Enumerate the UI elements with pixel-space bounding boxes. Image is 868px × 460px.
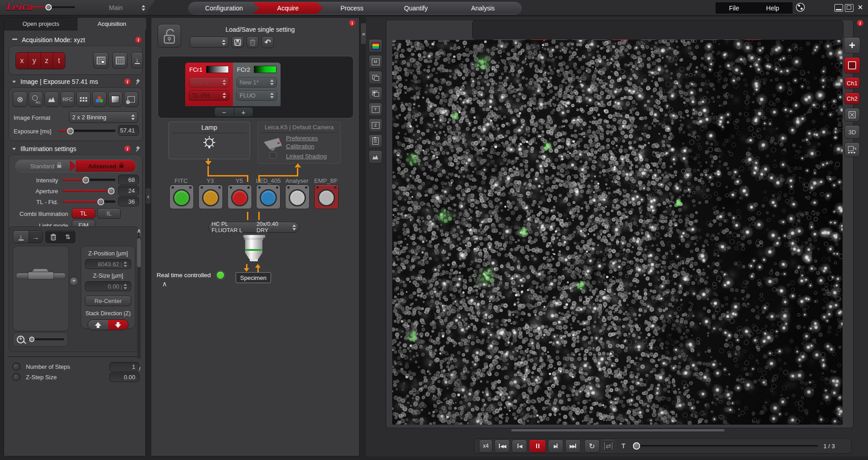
tab-acquire[interactable]: Acquire <box>253 2 323 14</box>
spinner-icon[interactable] <box>290 225 296 230</box>
z-position-input[interactable]: 8043.62 | <box>85 259 131 269</box>
import-settings-button[interactable]: ↓ <box>131 52 143 69</box>
calibration-link[interactable]: Calibration <box>286 143 314 150</box>
illumination-header[interactable]: Illumination settings i <box>12 145 142 153</box>
delete-setting-button[interactable] <box>247 36 259 48</box>
exposure-slider[interactable] <box>59 130 115 132</box>
linked-shading-checkbox[interactable] <box>270 152 276 159</box>
recenter-button[interactable]: Re-Center <box>85 296 131 306</box>
add-view-button[interactable]: + <box>844 37 860 54</box>
pause-button[interactable] <box>529 440 546 453</box>
snapshot-button[interactable]: + <box>124 92 138 107</box>
lock-settings-button[interactable] <box>158 24 181 48</box>
z-step-size-value[interactable]: 0.00 <box>109 372 139 382</box>
crop-button[interactable] <box>844 108 860 122</box>
remove-channel-button[interactable]: − <box>215 108 234 117</box>
next-frame-button[interactable]: ▶ <box>548 440 563 453</box>
fcr1-preset-select[interactable]: New 1* <box>189 77 229 88</box>
aperture-value[interactable]: 24 <box>118 186 139 196</box>
mosaic-button[interactable] <box>112 52 128 69</box>
z-zoom-slider[interactable] <box>28 338 64 340</box>
il-button[interactable]: IL <box>97 208 121 219</box>
info-icon[interactable]: i <box>135 37 142 43</box>
fcr2-lut-swatch[interactable] <box>254 66 276 73</box>
mode-t-button[interactable]: t <box>53 53 65 69</box>
image-exposure-header[interactable]: Image | Exposure 57.41 ms i <box>12 78 142 86</box>
info-icon[interactable]: i <box>349 20 355 26</box>
tl-fld-value[interactable]: 36 <box>118 196 139 206</box>
file-menu[interactable]: File <box>729 5 740 12</box>
report-button[interactable] <box>369 134 382 148</box>
spinner-icon[interactable] <box>129 114 135 120</box>
slider-knob[interactable] <box>83 176 89 183</box>
z-stage-view[interactable] <box>13 246 69 331</box>
mode-y-button[interactable]: y <box>28 53 40 69</box>
info-icon[interactable]: i <box>124 146 131 152</box>
viewer-histogram-button[interactable] <box>369 150 382 164</box>
aperture-slider[interactable] <box>63 190 115 192</box>
spinner-icon[interactable] <box>220 79 226 85</box>
left-collapse-strip[interactable]: ‹ <box>146 188 151 204</box>
pin-icon[interactable] <box>135 78 142 85</box>
number-of-steps-radio[interactable] <box>12 362 20 371</box>
network-globe-icon[interactable] <box>795 2 805 12</box>
stop-button[interactable] <box>844 57 860 73</box>
scroll-up-chevron[interactable]: ∧ <box>162 280 167 288</box>
number-of-steps-value[interactable]: 1 <box>109 362 139 372</box>
prev-frame-button[interactable]: ◀ <box>512 440 527 453</box>
exposure-all-button[interactable]: ALL <box>29 92 43 107</box>
spinner-icon[interactable] <box>220 39 226 45</box>
tab-configuration[interactable]: Configuration <box>189 2 259 14</box>
filter-fitc-button[interactable] <box>169 185 194 209</box>
tab-open-projects[interactable]: Open projects <box>4 18 78 30</box>
scroll-up-button[interactable]: ∧ <box>135 227 143 235</box>
filter-y5-button[interactable] <box>227 185 252 209</box>
micrograph-image[interactable] <box>392 40 843 425</box>
spinner-icon[interactable] <box>220 93 226 98</box>
split-view-button[interactable] <box>369 71 382 84</box>
image-format-select[interactable]: 2 x 2 Binning <box>69 112 138 123</box>
tab-process[interactable]: Process <box>317 2 387 14</box>
autofocus-off-button[interactable]: ⊗ <box>13 92 27 107</box>
tab-acquisition[interactable]: Acquisition <box>78 18 146 30</box>
maximize-button[interactable] <box>845 4 853 12</box>
add-channel-button[interactable]: + <box>234 108 253 117</box>
info-icon[interactable]: i <box>124 78 131 85</box>
setting-select[interactable] <box>190 37 229 48</box>
shading-button[interactable] <box>108 92 123 107</box>
spinner-icon[interactable] <box>268 79 274 85</box>
tile-scan-button[interactable] <box>93 52 108 69</box>
slider-knob[interactable] <box>67 127 74 134</box>
specimen-box[interactable]: Specimen <box>236 272 271 283</box>
z-delete-button[interactable] <box>46 231 60 243</box>
minimize-button[interactable] <box>834 4 843 12</box>
z-split-button[interactable]: ⇅ <box>60 231 75 243</box>
close-button[interactable]: × <box>856 2 865 12</box>
slider-knob[interactable] <box>108 187 114 194</box>
filter-analyser-button[interactable] <box>285 185 310 209</box>
fcr2-mode-select[interactable]: FLUO <box>237 90 277 101</box>
z-import-button[interactable]: ↓ <box>13 231 29 243</box>
fcr1-mode-select[interactable]: TL-PH <box>189 90 229 101</box>
linked-shading-link[interactable]: Linked Shading <box>286 153 327 160</box>
z-projection-button[interactable]: Z <box>369 118 382 132</box>
fcr1-lut-swatch[interactable] <box>206 66 229 73</box>
fcr1-channel[interactable]: FCr1 New 1* TL-PH <box>185 63 233 106</box>
time-slider[interactable] <box>632 445 818 447</box>
exposure-value[interactable]: 57.41 <box>118 125 139 136</box>
intensity-value[interactable]: 68 <box>118 175 139 185</box>
undo-setting-button[interactable]: ↶ <box>261 36 274 48</box>
preferences-link[interactable]: Preferences <box>286 135 318 142</box>
slider-knob[interactable] <box>633 442 640 450</box>
intensity-slider[interactable] <box>63 179 115 181</box>
spinner-icon[interactable] <box>123 284 127 289</box>
lamp-box[interactable]: Lamp <box>168 122 250 159</box>
tl-button[interactable]: TL <box>72 208 95 219</box>
viewer-h-scrollbar[interactable] <box>511 429 725 431</box>
scrollbar-track[interactable] <box>137 236 141 359</box>
channel-2-button[interactable]: Ch2 <box>844 93 860 104</box>
z-size-input[interactable]: 0.00 | <box>85 281 131 291</box>
collapse-minus-icon[interactable] <box>12 39 17 43</box>
filter-y3-button[interactable] <box>198 185 223 209</box>
skip-end-button[interactable]: ▶▶ <box>565 440 581 453</box>
